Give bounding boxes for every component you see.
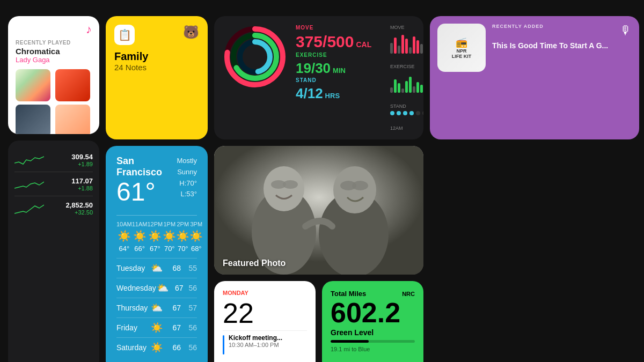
photo-label: Featured Photo	[214, 252, 294, 275]
stand-chart-row: STAND	[390, 104, 423, 115]
nrc-header: Total Miles NRC	[331, 290, 415, 298]
podcast-info: RECENTLY ADDED 🎙 This Is Good Time To St…	[492, 24, 632, 50]
podcast-widget[interactable]: 📻 NPRLIFE KIT RECENTLY ADDED 🎙 This Is G…	[430, 16, 639, 139]
stock-row-2[interactable]: 117.07 +1.88	[14, 172, 93, 196]
podcast-art: 📻 NPRLIFE KIT	[437, 24, 486, 72]
weather-condition: Mostly Sunny	[166, 156, 197, 178]
day-wednesday: Wednesday ⛅ 67 56	[116, 278, 197, 298]
nrc-label: Total Miles	[331, 290, 366, 298]
svg-point-19	[283, 180, 298, 189]
stock-chart-3	[14, 201, 44, 216]
exercise-label: EXERCISE	[296, 52, 327, 58]
calendar-widget: MONDAY 22 Kickoff meeting... 10:30 AM–1:…	[214, 281, 316, 362]
weather-city: San Francisco	[116, 156, 166, 178]
notes-bear-icon: 🐻	[183, 25, 199, 40]
nrc-level: Green Level	[331, 328, 415, 337]
move-value: 375/500	[296, 34, 354, 50]
music-icon: ♪	[86, 23, 92, 36]
daily-forecast: Tuesday ⛅ 68 55 Wednesday ⛅ 67 56 Thursd…	[116, 258, 197, 357]
stand-chart-label: STAND	[390, 104, 423, 109]
weather-high: H:70°	[166, 178, 197, 189]
event-time: 10:30 AM–1:00 PM	[229, 342, 282, 348]
calendar-event-main: Kickoff meeting... 10:30 AM–1:00 PM	[223, 330, 307, 358]
podcast-app-icon: 🎙	[620, 24, 632, 38]
stock-price-info-2: 117.07 +1.88	[71, 177, 93, 191]
day-tuesday: Tuesday ⛅ 68 55	[116, 258, 197, 278]
event-title: Kickoff meeting...	[229, 334, 282, 342]
hour-3pm: 3PM ☀️ 68°	[189, 221, 203, 253]
stock-price-info-1: 309.54 +1.89	[71, 153, 93, 167]
nrc-progress-fill	[331, 340, 369, 343]
stock-row-1[interactable]: 309.54 +1.89	[14, 148, 93, 172]
notes-title: Family	[114, 50, 199, 63]
notes-icon: 📋	[114, 25, 135, 45]
stock-price-2: 117.07	[71, 177, 93, 185]
notes-count: 24 Notes	[114, 63, 199, 72]
day-thursday: Thursday ⛅ 67 57	[116, 298, 197, 317]
stand-unit: HRS	[325, 92, 340, 100]
stock-price-1: 309.54	[71, 153, 93, 161]
weather-temp: 61°	[116, 178, 166, 206]
col1: ♪ RECENTLY PLAYED Chromatica Lady Gaga 3…	[8, 16, 99, 362]
stocks-widget: 309.54 +1.89 117.07 +1.88 2,852.50	[8, 141, 99, 362]
stock-chart-1	[14, 152, 44, 167]
activity-charts: MOVE EXERCISE STAND 12AM 6AM 12	[390, 25, 423, 131]
recently-played-label: RECENTLY PLAYED	[16, 40, 92, 46]
album-art-4[interactable]	[55, 105, 90, 134]
music-widget: ♪ RECENTLY PLAYED Chromatica Lady Gaga	[8, 16, 99, 134]
col3-bottom: Featured Photo MONDAY 22 Kickoff meeting…	[214, 146, 423, 362]
stock-chart-2	[14, 176, 44, 191]
podcast-art-inner: 📻 NPRLIFE KIT	[437, 24, 486, 72]
photo-widget: Featured Photo	[214, 146, 423, 275]
stock-row-3[interactable]: 2,852.50 +32.50	[14, 196, 93, 220]
music-artist: Lady Gaga	[16, 56, 92, 64]
nrc-miles: 602.2	[331, 298, 415, 328]
album-art-1[interactable]	[16, 69, 50, 101]
notes-header: 📋 🐻	[114, 25, 199, 45]
activity-rings-svg	[223, 25, 287, 89]
nrc-logo: NRC	[402, 291, 415, 297]
stand-label: STAND	[296, 77, 317, 83]
day-saturday: Saturday ☀️ 66 56	[116, 337, 197, 357]
calendar-nrc-row: MONDAY 22 Kickoff meeting... 10:30 AM–1:…	[214, 281, 423, 362]
calendar-day-label: MONDAY	[223, 290, 307, 296]
stock-price-info-3: 2,852.50 +32.50	[65, 201, 93, 216]
move-chart-row: MOVE	[390, 25, 423, 54]
calendar-date: 22	[223, 299, 307, 327]
hour-2pm: 2PM ☀️ 70°	[176, 221, 189, 253]
activity-widget: MOVE 375/500 CAL EXERCISE 19/30 MIN STAN…	[214, 16, 423, 139]
weather-top-row: San Francisco 61° Mostly Sunny H:70° L:5…	[116, 156, 197, 206]
activity-rings	[223, 25, 287, 89]
time-labels: 12AM 6AM 12PM 6PM	[390, 125, 423, 131]
hourly-forecast: 10AM ☀️ 64° 11AM ☀️ 66° 12PM ☀️ 67° 1PM …	[116, 215, 197, 253]
stock-change-3: +32.50	[65, 209, 93, 216]
nrc-progress-bar	[331, 340, 415, 343]
day-friday: Friday ☀️ 67 56	[116, 317, 197, 337]
weather-city-temp: San Francisco 61°	[116, 156, 166, 206]
activity-stats: MOVE 375/500 CAL EXERCISE 19/30 MIN STAN…	[296, 25, 382, 131]
hour-1pm: 1PM ☀️ 70°	[163, 221, 176, 253]
podcast-badge: RECENTLY ADDED	[492, 24, 544, 38]
hour-10am: 10AM ☀️ 64°	[116, 221, 132, 253]
podcast-title: This Is Good Time To Start A G...	[492, 41, 632, 50]
music-title: Chromatica	[16, 47, 92, 56]
exercise-unit: MIN	[333, 67, 346, 75]
hour-12pm: 12PM ☀️ 67°	[148, 221, 163, 253]
weather-widget: San Francisco 61° Mostly Sunny H:70° L:5…	[106, 146, 208, 362]
hour-11am: 11AM ☀️ 66°	[132, 221, 148, 253]
event-bar-blue	[223, 335, 224, 354]
nrc-widget: Total Miles NRC 602.2 Green Level 19.1 m…	[322, 281, 423, 362]
album-art-3[interactable]	[16, 105, 50, 134]
svg-point-17	[264, 166, 304, 211]
move-chart-label: MOVE	[390, 25, 423, 30]
exercise-bars	[390, 71, 423, 93]
event-details: Kickoff meeting... 10:30 AM–1:00 PM	[229, 334, 282, 348]
stock-price-3: 2,852.50	[65, 201, 93, 209]
album-art-2[interactable]	[55, 69, 90, 101]
exercise-value: 19/30	[296, 61, 331, 75]
screen: ♪ RECENTLY PLAYED Chromatica Lady Gaga 3…	[0, 0, 644, 362]
move-bars	[390, 32, 423, 54]
stand-dots	[390, 111, 423, 115]
move-unit: CAL	[356, 40, 371, 49]
notes-widget[interactable]: 📋 🐻 Family 24 Notes	[106, 16, 208, 139]
